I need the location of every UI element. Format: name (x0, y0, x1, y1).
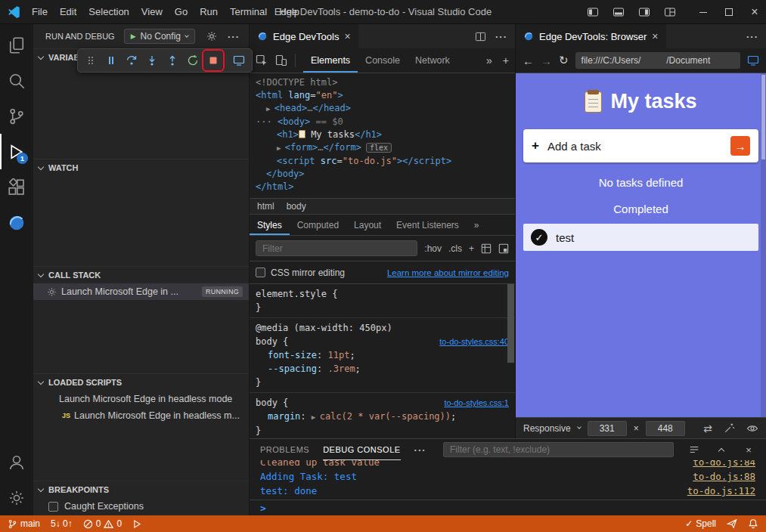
loaded-script-item[interactable]: JSLaunch Microsoft Edge in headless m... (33, 407, 249, 424)
menu-go[interactable]: Go (169, 4, 194, 20)
toggle-primary-sidebar-icon[interactable] (581, 1, 604, 23)
source-link[interactable]: to-do.js:84 (693, 460, 755, 468)
eye-icon[interactable] (746, 422, 758, 435)
grid-overlay-icon[interactable] (481, 243, 492, 254)
menu-help[interactable]: Help (273, 4, 305, 20)
tab-computed[interactable]: Computed (290, 215, 346, 235)
inspect-icon[interactable] (256, 54, 268, 66)
menu-file[interactable]: File (26, 4, 54, 20)
menu-terminal[interactable]: Terminal (224, 4, 273, 20)
task-done-icon[interactable]: ✓ (531, 229, 547, 246)
url-bar[interactable]: file:///C:/Users/ /Document (575, 52, 740, 69)
sync-item[interactable]: 5↓ 0↑ (51, 518, 73, 529)
css-property[interactable]: margin: ▶ calc(2 * var(--spacing)); (256, 410, 509, 424)
more-style-tabs-icon[interactable]: » (467, 215, 487, 235)
stylesheet-link[interactable]: to-do-styles.css:1 (444, 396, 509, 410)
drag-handle-icon[interactable] (81, 51, 101, 70)
panel-maximize-icon[interactable] (715, 443, 728, 456)
dom-tree-line[interactable]: <script src="to-do.js"></script> (250, 155, 515, 168)
tab-console[interactable]: Console (358, 48, 408, 73)
notifications-bell-icon[interactable] (748, 518, 758, 529)
close-button[interactable]: × (743, 1, 766, 23)
menu-selection[interactable]: Selection (82, 4, 135, 20)
viewport-scrollbar[interactable] (761, 73, 766, 417)
explorer-icon[interactable] (0, 27, 33, 63)
mirror-learn-more-link[interactable]: Learn more about mirror editing (387, 268, 509, 277)
add-task-card[interactable]: + Add a task → (523, 129, 758, 162)
source-link[interactable]: to-do.js:88 (693, 471, 755, 482)
tab-debug-console[interactable]: DEBUG CONSOLE (323, 439, 400, 460)
device-mode-dropdown[interactable]: Responsive (523, 423, 571, 434)
toggle-secondary-sidebar-icon[interactable] (633, 1, 656, 23)
styles-scrollbar[interactable] (507, 284, 514, 363)
new-rule-button[interactable]: + (469, 243, 474, 254)
maximize-button[interactable] (718, 1, 740, 23)
panel-close-icon[interactable]: × (742, 443, 755, 456)
console-output-icon[interactable] (687, 443, 701, 456)
css-property[interactable]: font-size: 11pt; (256, 348, 509, 362)
tab-edge-devtools-browser[interactable]: Edge DevTools: Browser × (516, 24, 666, 48)
add-tool-icon[interactable]: + (503, 54, 509, 66)
run-debug-icon[interactable]: 1 (0, 134, 33, 169)
dom-tree-line[interactable]: ▶ <form>…</form>flex (250, 141, 515, 155)
breakpoint-checkbox[interactable] (48, 502, 58, 512)
dom-tree-line[interactable]: <h1> My tasks</h1> (250, 128, 515, 141)
panel-more-icon[interactable]: ··· (414, 444, 426, 456)
menu-edit[interactable]: Edit (54, 4, 82, 20)
screencast-toggle-icon[interactable] (229, 51, 249, 70)
pseudo-state-button[interactable]: :hov (424, 243, 442, 254)
tab-styles[interactable]: Styles (250, 215, 290, 235)
editor-more-icon[interactable]: ··· (746, 31, 758, 42)
watch-header[interactable]: WATCH (33, 159, 249, 176)
split-editor-icon[interactable] (475, 31, 486, 42)
console-input-row[interactable]: > (250, 500, 766, 515)
class-button[interactable]: .cls (448, 243, 462, 254)
tab-network[interactable]: Network (408, 48, 457, 73)
dom-tree-line[interactable]: ▶ <head>…</head> (250, 102, 515, 116)
minimize-button[interactable] (692, 1, 715, 23)
stylesheet-link[interactable]: to-do-styles.css:40 (439, 335, 509, 348)
tab-layout[interactable]: Layout (346, 215, 389, 235)
step-out-button[interactable] (163, 51, 182, 70)
console-filter-input[interactable] (443, 442, 674, 457)
tab-problems[interactable]: PROBLEMS (260, 439, 309, 460)
branch-item[interactable]: main (8, 518, 40, 529)
extensions-icon[interactable] (0, 169, 33, 205)
refresh-icon[interactable]: ↻ (559, 54, 569, 67)
back-icon[interactable]: ← (523, 54, 534, 67)
loaded-scripts-header[interactable]: LOADED SCRIPTS (33, 374, 249, 391)
breadcrumb-html[interactable]: html (257, 201, 274, 212)
screencast-icon[interactable] (747, 54, 759, 66)
device-height-input[interactable] (646, 421, 685, 436)
more-tabs-icon[interactable]: » (486, 54, 492, 66)
device-width-input[interactable] (588, 421, 627, 436)
editor-more-icon[interactable]: ··· (495, 31, 507, 42)
rotate-icon[interactable]: ⇄ (703, 422, 712, 435)
styles-filter-input[interactable] (256, 240, 417, 256)
debug-status-icon[interactable] (132, 519, 142, 529)
css-property[interactable]: --spacing: .3rem; (256, 362, 509, 376)
restart-button[interactable] (183, 51, 203, 70)
submit-task-button[interactable]: → (730, 136, 750, 156)
sidebar-more-icon[interactable]: ··· (228, 31, 240, 42)
loaded-script-item[interactable]: Launch Microsoft Edge in headless mode (33, 391, 249, 407)
tab-elements[interactable]: Elements (303, 48, 358, 73)
search-icon[interactable] (0, 63, 33, 98)
source-control-icon[interactable] (0, 98, 33, 134)
menu-run[interactable]: Run (194, 4, 224, 20)
stop-button[interactable] (203, 51, 223, 70)
dom-tree-line[interactable]: </html> (250, 181, 515, 193)
css-mirror-checkbox[interactable] (256, 268, 265, 277)
dom-tree-line[interactable]: ··· <body> == $0 (250, 116, 515, 128)
dom-tree-line[interactable]: <!DOCTYPE html> (250, 76, 515, 89)
call-stack-item[interactable]: Launch Microsoft Edge in ... RUNNING (33, 283, 249, 300)
breakpoint-item[interactable]: Caught Exceptions (33, 498, 249, 515)
wand-icon[interactable] (724, 422, 735, 434)
debug-config-dropdown[interactable]: ▶ No Config (124, 29, 195, 44)
forward-icon[interactable]: → (541, 54, 552, 67)
start-debug-icon[interactable]: ▶ (131, 32, 136, 40)
spell-item[interactable]: ✓Spell (685, 518, 716, 529)
debug-gear-icon[interactable] (206, 31, 217, 42)
step-into-button[interactable] (142, 51, 162, 70)
account-icon[interactable] (0, 444, 33, 480)
